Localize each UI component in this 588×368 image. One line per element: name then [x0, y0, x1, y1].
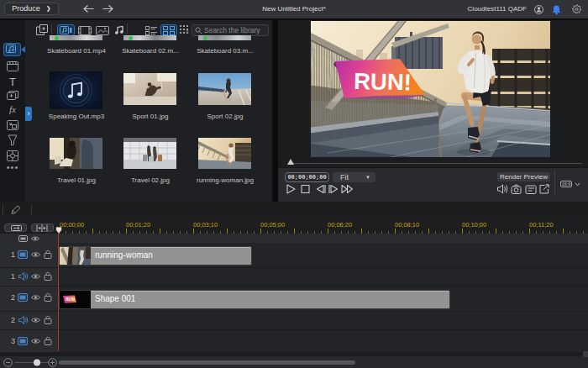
svg-text:RUN!: RUN! — [354, 68, 412, 95]
svg-text:RUN: RUN — [66, 297, 75, 302]
